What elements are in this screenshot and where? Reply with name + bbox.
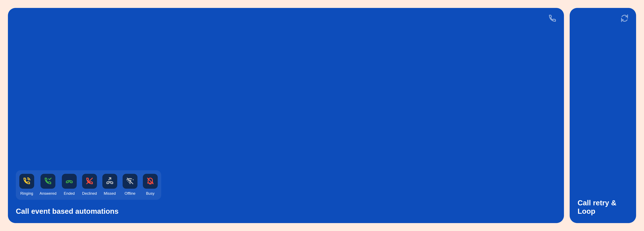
status-item-offline[interactable]: Offline bbox=[122, 174, 138, 196]
answered-icon bbox=[44, 177, 52, 186]
status-label: Answered bbox=[40, 191, 56, 196]
phone-icon bbox=[548, 14, 557, 23]
status-label: Ended bbox=[64, 191, 75, 196]
retry-card-title: Call retry & Loop bbox=[578, 199, 622, 215]
offline-icon bbox=[126, 177, 134, 186]
tile-offline bbox=[122, 174, 138, 189]
status-item-ringing[interactable]: Ringing bbox=[19, 174, 34, 196]
ringing-icon bbox=[22, 177, 31, 186]
status-item-missed[interactable]: Missed bbox=[102, 174, 117, 196]
call-events-card[interactable]: Ringing Answered En bbox=[8, 8, 564, 223]
tile-missed bbox=[102, 174, 117, 189]
status-item-busy[interactable]: Busy bbox=[143, 174, 158, 196]
call-retry-card[interactable]: Call retry & Loop bbox=[570, 8, 636, 223]
status-item-ended[interactable]: Ended bbox=[62, 174, 77, 196]
svg-point-1 bbox=[130, 183, 130, 184]
busy-icon bbox=[146, 177, 154, 186]
status-label: Offline bbox=[124, 191, 136, 196]
tile-ended bbox=[62, 174, 77, 189]
tile-answered bbox=[40, 174, 55, 189]
ended-icon bbox=[65, 177, 74, 186]
status-label: Busy bbox=[146, 191, 154, 196]
status-item-declined[interactable]: Declined bbox=[82, 174, 97, 196]
call-status-row: Ringing Answered En bbox=[16, 170, 161, 200]
tile-declined bbox=[82, 174, 97, 189]
declined-icon bbox=[85, 177, 94, 186]
status-label: Declined bbox=[82, 191, 97, 196]
tile-busy bbox=[143, 174, 158, 189]
missed-icon bbox=[106, 177, 114, 186]
status-label: Missed bbox=[104, 191, 116, 196]
refresh-loop-icon bbox=[620, 14, 629, 23]
events-card-title: Call event based automations bbox=[16, 207, 556, 215]
status-label: Ringing bbox=[20, 191, 33, 196]
status-item-answered[interactable]: Answered bbox=[40, 174, 56, 196]
tile-ringing bbox=[19, 174, 34, 189]
